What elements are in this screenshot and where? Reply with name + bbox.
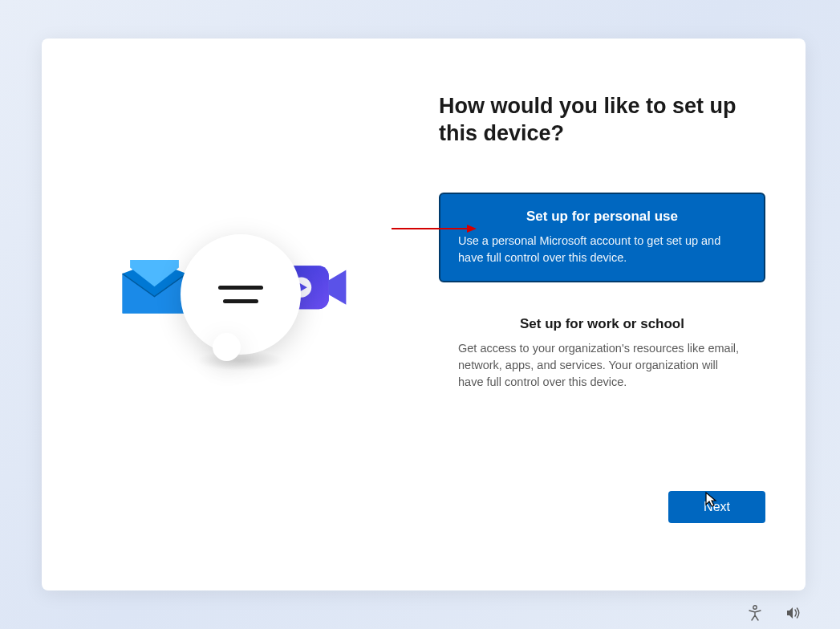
arrow-annotation bbox=[390, 223, 478, 234]
option-personal-title: Set up for personal use bbox=[458, 209, 746, 225]
option-personal-use[interactable]: Set up for personal use Use a personal M… bbox=[439, 193, 765, 282]
chat-lines-icon bbox=[218, 286, 263, 303]
volume-icon[interactable] bbox=[785, 605, 801, 621]
accessibility-icon[interactable] bbox=[747, 605, 763, 621]
option-work-description: Get access to your organization's resour… bbox=[458, 340, 746, 391]
svg-point-4 bbox=[753, 606, 757, 609]
next-button[interactable]: Next bbox=[668, 491, 765, 523]
options-panel: How would you like to set up this device… bbox=[431, 39, 806, 590]
chat-bubble-icon bbox=[181, 234, 301, 355]
option-work-title: Set up for work or school bbox=[458, 316, 746, 332]
illustration-panel bbox=[42, 39, 431, 590]
setup-illustration bbox=[116, 242, 357, 387]
option-work-school[interactable]: Set up for work or school Get access to … bbox=[439, 302, 765, 405]
bottom-toolbar bbox=[747, 605, 801, 621]
option-personal-description: Use a personal Microsoft account to get … bbox=[458, 233, 746, 266]
setup-window: How would you like to set up this device… bbox=[42, 39, 806, 590]
page-title: How would you like to set up this device… bbox=[439, 93, 765, 148]
